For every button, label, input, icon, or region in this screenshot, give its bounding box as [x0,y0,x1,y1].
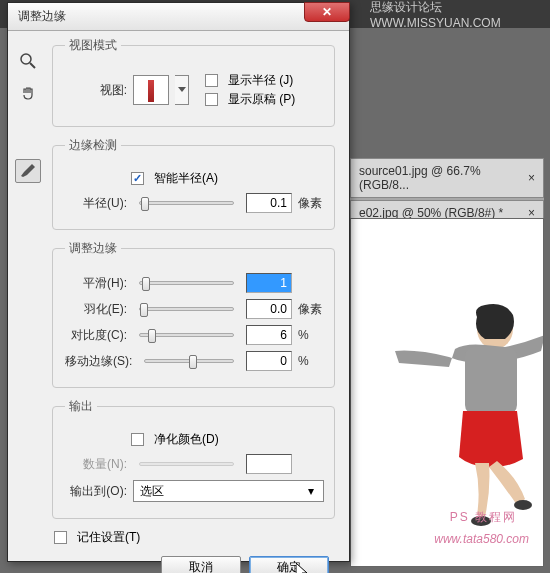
smooth-input[interactable]: 1 [246,273,292,293]
svg-line-5 [30,63,35,68]
contrast-label: 对比度(C): [65,327,127,344]
show-original-label: 显示原稿 (P) [228,91,295,108]
smart-radius-label: 智能半径(A) [154,170,218,187]
titlebar[interactable]: 调整边缘 ✕ [8,3,349,31]
dialog-title: 调整边缘 [18,8,66,25]
edge-detection-group: 边缘检测 智能半径(A) 半径(U): 0.1 像素 [52,137,335,230]
feather-slider[interactable] [139,307,234,311]
contrast-slider[interactable] [139,333,234,337]
refine-edge-dialog: 调整边缘 ✕ 视图模式 视图: [7,2,350,562]
close-icon: ✕ [322,5,332,19]
shift-edge-label: 移动边缘(S): [65,353,132,370]
edge-detection-legend: 边缘检测 [65,137,121,154]
view-mode-legend: 视图模式 [65,37,121,54]
output-to-label: 输出到(O): [65,483,127,500]
remember-settings-label: 记住设置(T) [77,529,140,546]
doc-tab-1-label: source01.jpg @ 66.7%(RGB/8... [359,164,520,192]
view-mode-group: 视图模式 视图: 显示半径 (J) 显示原稿 (P) [52,37,335,127]
cancel-button[interactable]: 取消 [161,556,241,573]
svg-point-4 [21,54,31,64]
feather-input[interactable]: 0.0 [246,299,292,319]
amount-slider [139,462,234,466]
smooth-label: 平滑(H): [65,275,127,292]
watermark-text: PS 教程网 [450,509,517,526]
amount-label: 数量(N): [65,456,127,473]
close-button[interactable]: ✕ [304,2,350,22]
shift-edge-unit: % [298,354,324,368]
smart-radius-checkbox[interactable] [131,172,144,185]
tool-column [8,31,48,561]
show-radius-checkbox[interactable] [205,74,218,87]
feather-unit: 像素 [298,301,324,318]
output-to-select[interactable]: 选区 ▾ [133,480,324,502]
amount-input [246,454,292,474]
output-to-value: 选区 [140,483,164,500]
svg-rect-1 [465,347,517,415]
adjust-edge-legend: 调整边缘 [65,240,121,257]
contrast-unit: % [298,328,324,342]
ok-button[interactable]: 确定 [249,556,329,573]
brush-tool-icon[interactable] [15,159,41,183]
smooth-slider[interactable] [139,281,234,285]
view-thumbnail[interactable] [133,75,169,105]
chevron-down-icon: ▾ [303,484,319,498]
doc-tab-1[interactable]: source01.jpg @ 66.7%(RGB/8... × [350,158,544,198]
ok-label: 确定 [277,559,301,574]
show-radius-label: 显示半径 (J) [228,72,293,89]
radius-unit: 像素 [298,195,324,212]
feather-label: 羽化(E): [65,301,127,318]
canvas[interactable]: PS 教程网 www.tata580.com [350,218,544,567]
close-icon[interactable]: × [528,171,535,185]
view-label: 视图: [65,82,127,99]
radius-label: 半径(U): [65,195,127,212]
hand-tool-icon[interactable] [15,81,41,105]
shift-edge-slider[interactable] [144,359,234,363]
decontaminate-label: 净化颜色(D) [154,431,219,448]
show-original-checkbox[interactable] [205,93,218,106]
shift-edge-input[interactable]: 0 [246,351,292,371]
canvas-image [385,299,544,539]
contrast-input[interactable]: 6 [246,325,292,345]
chevron-down-icon [178,87,186,93]
remember-settings-checkbox[interactable] [54,531,67,544]
cancel-label: 取消 [189,559,213,574]
zoom-tool-icon[interactable] [15,49,41,73]
radius-input[interactable]: 0.1 [246,193,292,213]
output-group: 输出 净化颜色(D) 数量(N): 输出到(O): 选区 ▾ [52,398,335,519]
radius-slider[interactable] [139,201,234,205]
watermark-url: www.tata580.com [434,532,529,546]
header-text: 思缘设计论坛 WWW.MISSYUAN.COM [370,0,550,30]
output-legend: 输出 [65,398,97,415]
view-dropdown-arrow[interactable] [175,75,189,105]
decontaminate-checkbox[interactable] [131,433,144,446]
main-column: 视图模式 视图: 显示半径 (J) 显示原稿 (P) [48,31,349,561]
adjust-edge-group: 调整边缘 平滑(H): 1 羽化(E): 0.0 像素 对比度(C): 6 [52,240,335,388]
